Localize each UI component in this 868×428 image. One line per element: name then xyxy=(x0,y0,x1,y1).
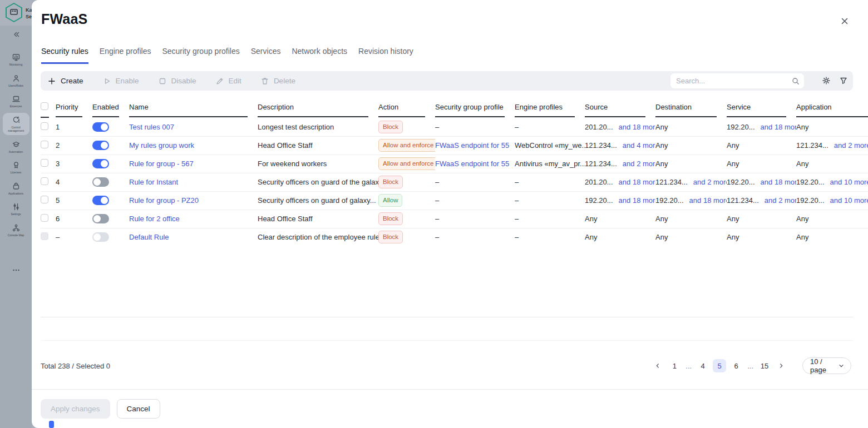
destination-cell: Any xyxy=(655,210,727,228)
rule-name-link[interactable]: My rules group work xyxy=(129,141,194,150)
next-page-button[interactable] xyxy=(775,359,788,372)
description-cell: Head Office Staff xyxy=(258,210,378,228)
more-link[interactable]: and 10 more xyxy=(830,196,868,205)
sidebar-item-users-roles[interactable]: Users/Roles xyxy=(3,71,29,90)
rule-name-link[interactable]: Rule for group - 567 xyxy=(129,160,194,168)
more-link[interactable]: and 2 more xyxy=(693,178,727,186)
enabled-toggle[interactable] xyxy=(92,122,109,132)
sidebar-item-label: Applications xyxy=(8,192,23,196)
application-cell: 192.20...and 10 more xyxy=(796,173,868,191)
action-badge: Allow and enforce xyxy=(378,157,435,171)
plus-icon xyxy=(47,77,56,86)
more-link[interactable]: and 4 more xyxy=(623,141,655,150)
edit-button[interactable]: Edit xyxy=(215,77,241,86)
page-button-4[interactable]: 4 xyxy=(696,359,709,372)
more-link[interactable]: and 2 more xyxy=(623,160,655,168)
tab-engine-profiles[interactable]: Engine profiles xyxy=(100,47,151,64)
sidebar-item-monitoring[interactable]: Monitoring xyxy=(3,50,29,69)
column-header-name: Name xyxy=(129,99,258,118)
row-checkbox[interactable] xyxy=(41,141,48,148)
filter-icon[interactable] xyxy=(839,76,849,86)
automation-icon xyxy=(12,140,21,149)
row-checkbox[interactable] xyxy=(41,122,48,130)
select-all-checkbox[interactable] xyxy=(41,102,48,110)
more-link[interactable]: and 10 more xyxy=(830,178,868,186)
toggle-knob xyxy=(93,178,101,186)
rule-name-link[interactable]: Rule for Instant xyxy=(129,178,178,186)
page-button-6[interactable]: 6 xyxy=(729,359,743,372)
enabled-toggle[interactable] xyxy=(92,141,109,150)
delete-button-label: Delete xyxy=(274,77,295,85)
service-cell: Any xyxy=(727,155,796,173)
more-link[interactable]: and 18 more xyxy=(761,123,796,131)
rule-name-link[interactable]: Rule for group - PZ20 xyxy=(129,196,199,205)
destination-cell: Any xyxy=(655,136,727,155)
source-cell: 121.234...and 4 more xyxy=(585,136,655,155)
destination-cell: 121.234...and 2 more xyxy=(655,173,727,191)
sidebar-item-label: Users/Roles xyxy=(8,84,23,88)
sgp-link[interactable]: FWaaS endpoint for 55 xyxy=(435,160,509,168)
row-checkbox[interactable] xyxy=(41,214,48,222)
prev-page-button[interactable] xyxy=(651,359,664,372)
enabled-toggle[interactable] xyxy=(92,159,109,168)
delete-button[interactable]: Delete xyxy=(260,77,295,86)
enabled-toggle[interactable] xyxy=(92,196,109,205)
page-button-1[interactable]: 1 xyxy=(668,359,681,372)
action-badge: Allow and enforce xyxy=(378,139,435,152)
more-link[interactable]: and 18 more xyxy=(689,196,727,205)
sidebar-item-control-management[interactable]: Control management xyxy=(3,113,29,135)
apply-changes-button[interactable]: Apply changes xyxy=(41,399,110,419)
screen: KaSe MonitoringUsers/RolesEssencesContro… xyxy=(0,0,868,428)
cancel-button[interactable]: Cancel xyxy=(117,399,160,419)
action-badge: Block xyxy=(378,176,403,189)
table-footer: Total 238 / Selected 0 1...456...1510 / … xyxy=(41,351,851,380)
page-button-5[interactable]: 5 xyxy=(713,359,726,372)
sidebar-item-settings[interactable]: Settings xyxy=(3,200,29,218)
enable-button[interactable]: Enable xyxy=(102,77,139,86)
tab-security-rules[interactable]: Security rules xyxy=(41,47,88,64)
row-checkbox[interactable] xyxy=(41,159,48,167)
search-input[interactable] xyxy=(676,77,791,85)
sidebar-collapse-button[interactable] xyxy=(0,30,32,39)
description-cell: Longest test description xyxy=(258,118,378,136)
laptop-icon xyxy=(12,94,21,103)
tab-services[interactable]: Services xyxy=(251,47,281,64)
create-button[interactable]: Create xyxy=(47,77,83,86)
tab-network-objects[interactable]: Network objects xyxy=(292,47,347,64)
tab-revision-history[interactable]: Revision history xyxy=(358,47,413,64)
more-link[interactable]: and 2 more xyxy=(834,141,868,150)
page-button-15[interactable]: 15 xyxy=(758,359,771,372)
page-size-select[interactable]: 10 / page xyxy=(802,357,851,374)
enabled-toggle[interactable] xyxy=(92,177,109,187)
sidebar-more-button[interactable] xyxy=(0,266,32,275)
more-link[interactable]: and 18 more xyxy=(761,178,796,186)
more-link[interactable]: and 18 more xyxy=(619,196,655,205)
scrollbar-thumb[interactable] xyxy=(49,421,54,428)
sidebar-item-automation[interactable]: Automation xyxy=(3,137,29,156)
sgp-link[interactable]: FWaaS endpoint for 55 xyxy=(435,141,509,150)
sidebar-item-label: Essences xyxy=(10,104,22,108)
rule-name-link[interactable]: Rule for 2 office xyxy=(129,215,180,223)
row-checkbox[interactable] xyxy=(41,177,48,185)
edit-button-label: Edit xyxy=(229,77,241,85)
close-button[interactable] xyxy=(838,14,850,27)
sidebar-item-essences[interactable]: Essences xyxy=(3,92,29,111)
rule-name-link[interactable]: Test rules 007 xyxy=(129,123,174,131)
source-cell: 201.20...and 18 more xyxy=(585,118,655,136)
row-checkbox[interactable] xyxy=(41,196,48,203)
pagination: 1...456...1510 / page xyxy=(651,357,851,374)
more-link[interactable]: and 2 more xyxy=(765,196,796,205)
more-link[interactable]: and 18 more xyxy=(619,178,655,186)
application-cell: Any xyxy=(796,228,868,246)
tab-security-group-profiles[interactable]: Security group profiles xyxy=(162,47,239,64)
priority-cell: 1 xyxy=(56,118,92,136)
sidebar-item-licenses[interactable]: Licenses xyxy=(3,158,29,177)
more-link[interactable]: and 18 more xyxy=(619,123,655,131)
rule-name-link[interactable]: Default Rule xyxy=(129,233,169,241)
description-cell: Clear description of the employee rule xyxy=(258,228,378,246)
disable-button[interactable]: Disable xyxy=(158,77,196,86)
gear-icon[interactable] xyxy=(822,76,831,86)
sidebar-item-applications[interactable]: Applications xyxy=(3,179,29,198)
enabled-toggle[interactable] xyxy=(92,214,109,223)
sidebar-item-console-map[interactable]: Console Map xyxy=(3,221,29,240)
